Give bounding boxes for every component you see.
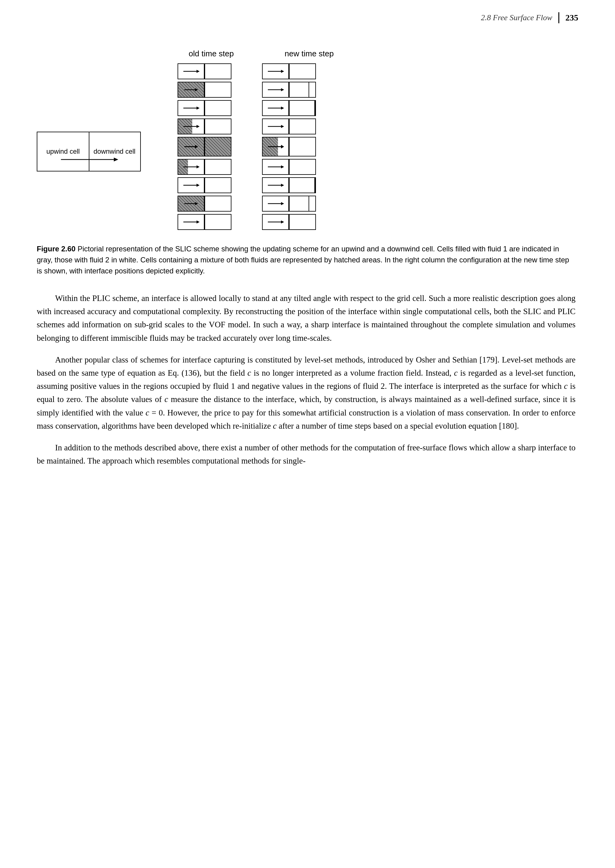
cell-o1-right bbox=[204, 63, 231, 79]
svg-marker-27 bbox=[197, 184, 200, 187]
cell-o3-left bbox=[178, 100, 204, 116]
slic-diagram: old time step new time step bbox=[165, 49, 343, 233]
svg-marker-23 bbox=[197, 165, 200, 169]
cell-n4-left bbox=[262, 119, 289, 134]
new-row-1 bbox=[262, 63, 316, 79]
cell-o9-left bbox=[178, 214, 204, 230]
new-row-5 bbox=[262, 137, 316, 156]
cell-n3-left bbox=[262, 100, 289, 116]
cell-o9-right bbox=[204, 214, 231, 230]
old-row-1 bbox=[178, 63, 231, 79]
svg-marker-21 bbox=[281, 145, 284, 148]
row-8 bbox=[178, 196, 343, 212]
svg-marker-37 bbox=[281, 220, 284, 223]
cell-n9-right bbox=[289, 214, 316, 230]
cell-n1-left bbox=[262, 63, 289, 79]
old-row-8 bbox=[178, 196, 231, 212]
row-6 bbox=[178, 159, 343, 175]
header-divider bbox=[558, 12, 559, 23]
cell-o6-right bbox=[204, 159, 231, 175]
figure-caption-text: Pictorial representation of the SLIC sch… bbox=[37, 245, 569, 275]
cell-n8-left bbox=[262, 196, 289, 212]
old-row-4 bbox=[178, 119, 231, 134]
upwind-label: upwind cell bbox=[37, 148, 89, 156]
svg-marker-29 bbox=[281, 184, 284, 187]
row-5 bbox=[178, 137, 343, 156]
cell-o5-left bbox=[178, 137, 204, 156]
cell-o1-left bbox=[178, 63, 204, 79]
new-row-9 bbox=[262, 214, 316, 230]
cell-o7-right bbox=[204, 177, 231, 193]
old-row-9 bbox=[178, 214, 231, 230]
cell-n7-right bbox=[289, 177, 316, 193]
body-text: Within the PLIC scheme, an interface is … bbox=[37, 292, 576, 468]
new-row-8 bbox=[262, 196, 316, 212]
svg-marker-7 bbox=[195, 88, 198, 91]
old-row-3 bbox=[178, 100, 231, 116]
svg-marker-5 bbox=[281, 70, 284, 73]
cell-o2-right bbox=[204, 82, 231, 98]
row-1 bbox=[178, 63, 343, 79]
row-3 bbox=[178, 100, 343, 116]
svg-marker-33 bbox=[281, 202, 284, 205]
cell-o5-right bbox=[204, 137, 231, 156]
downwind-label: downwind cell bbox=[89, 148, 140, 156]
old-row-6 bbox=[178, 159, 231, 175]
svg-marker-1 bbox=[114, 158, 119, 162]
cell-n5-right bbox=[289, 137, 316, 156]
cell-o4-right bbox=[204, 119, 231, 134]
cell-o3-right bbox=[204, 100, 231, 116]
page-number: 235 bbox=[565, 13, 578, 23]
svg-marker-9 bbox=[281, 88, 284, 91]
new-row-2 bbox=[262, 82, 316, 98]
row-9 bbox=[178, 214, 343, 230]
old-time-step-label: old time step bbox=[178, 49, 245, 58]
cell-n7-left bbox=[262, 177, 289, 193]
old-row-2 bbox=[178, 82, 231, 98]
cell-o4-left bbox=[178, 119, 204, 134]
old-row-5 bbox=[178, 137, 231, 156]
paragraph-2: Another popular class of schemes for int… bbox=[37, 353, 576, 432]
cell-n3-right bbox=[289, 100, 316, 116]
svg-marker-15 bbox=[197, 125, 200, 128]
cell-n5-left bbox=[262, 137, 289, 156]
new-row-7 bbox=[262, 177, 316, 193]
svg-marker-31 bbox=[195, 202, 198, 205]
row-2 bbox=[178, 82, 343, 98]
legend-arrow bbox=[44, 155, 134, 164]
paragraph-3: In addition to the methods described abo… bbox=[37, 441, 576, 468]
new-row-4 bbox=[262, 119, 316, 134]
svg-marker-19 bbox=[195, 145, 198, 148]
svg-marker-3 bbox=[197, 70, 200, 73]
legend-divider bbox=[89, 132, 89, 171]
new-row-3 bbox=[262, 100, 316, 116]
cell-n4-right bbox=[289, 119, 316, 134]
cell-o2-left bbox=[178, 82, 204, 98]
cell-n1-right bbox=[289, 63, 316, 79]
svg-marker-17 bbox=[281, 125, 284, 128]
cell-o7-left bbox=[178, 177, 204, 193]
svg-marker-13 bbox=[281, 106, 284, 109]
figure-area: upwind cell downwind cell old time step … bbox=[37, 49, 578, 233]
cell-n6-left bbox=[262, 159, 289, 175]
cell-o6-left bbox=[178, 159, 204, 175]
figure-number: Figure 2.60 bbox=[37, 245, 76, 253]
page-header: 2.8 Free Surface Flow 235 bbox=[481, 12, 578, 23]
cell-n9-left bbox=[262, 214, 289, 230]
figure-caption: Figure 2.60 Pictorial representation of … bbox=[37, 244, 576, 276]
cell-n6-right bbox=[289, 159, 316, 175]
svg-marker-11 bbox=[197, 106, 200, 109]
row-7 bbox=[178, 177, 343, 193]
row-4 bbox=[178, 119, 343, 134]
new-row-6 bbox=[262, 159, 316, 175]
cell-n2-right bbox=[289, 82, 316, 98]
cell-n8-right bbox=[289, 196, 316, 212]
paragraph-1: Within the PLIC scheme, an interface is … bbox=[37, 292, 576, 345]
cell-o8-left bbox=[178, 196, 204, 212]
cell-n2-left bbox=[262, 82, 289, 98]
svg-marker-35 bbox=[197, 220, 200, 223]
svg-marker-25 bbox=[281, 165, 284, 169]
old-row-7 bbox=[178, 177, 231, 193]
legend-box: upwind cell downwind cell bbox=[37, 132, 141, 172]
new-time-step-label: new time step bbox=[276, 49, 343, 58]
